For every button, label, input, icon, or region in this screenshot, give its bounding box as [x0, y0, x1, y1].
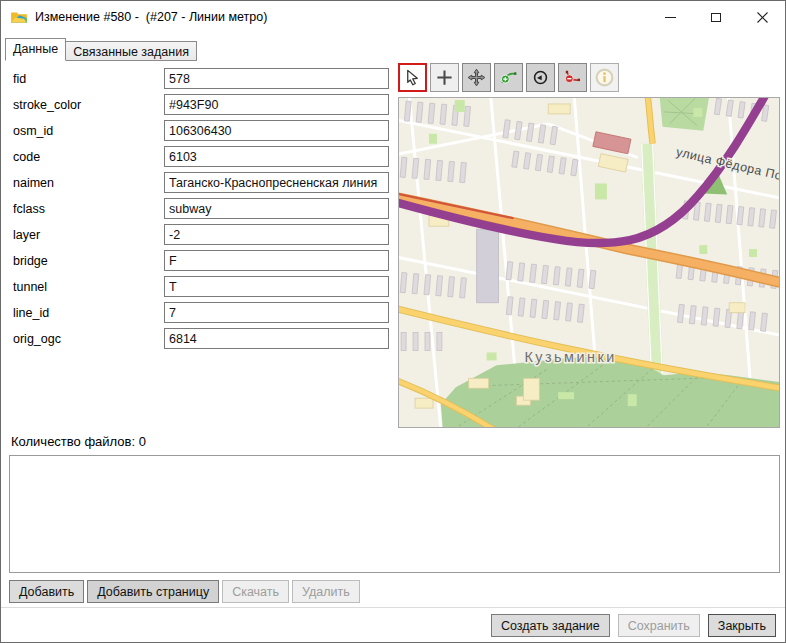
add-point-button[interactable]	[430, 63, 459, 92]
close-icon	[757, 12, 768, 23]
field-label-bridge: bridge	[13, 254, 48, 268]
info-button[interactable]	[590, 63, 619, 92]
orig-ogc-field[interactable]	[164, 328, 389, 349]
move-button[interactable]	[462, 63, 491, 92]
download-file-button[interactable]: Скачать	[222, 580, 289, 603]
footer-divider	[1, 607, 786, 608]
close-button[interactable]	[739, 1, 785, 33]
delete-vertex-button[interactable]	[558, 63, 587, 92]
field-label-orig-ogc: orig_ogc	[13, 332, 61, 346]
select-cursor-button[interactable]	[398, 63, 427, 92]
code-field[interactable]	[164, 146, 389, 167]
files-count-label: Количество файлов: 0	[11, 434, 146, 449]
tab-related-tasks[interactable]: Связанные задания	[66, 41, 197, 61]
line-id-field[interactable]	[164, 302, 389, 323]
create-task-button[interactable]: Создать задание	[491, 614, 610, 637]
tab-bar: Данные Связанные задания	[5, 38, 197, 61]
move-arrows-icon	[467, 68, 486, 87]
add-vertex-icon	[499, 68, 518, 87]
window-title: Изменение #580 - (#207 - Линии метро)	[35, 10, 267, 24]
field-label-osm-id: osm_id	[13, 124, 53, 138]
save-button[interactable]: Сохранить	[618, 614, 700, 637]
maximize-icon	[711, 13, 721, 22]
plus-icon	[435, 68, 454, 87]
tunnel-field[interactable]	[164, 276, 389, 297]
layer-field[interactable]	[164, 224, 389, 245]
map-canvas: улица Фёдора По Кузьминки	[399, 98, 779, 427]
osm-id-field[interactable]	[164, 120, 389, 141]
bridge-field[interactable]	[164, 250, 389, 271]
file-list[interactable]	[9, 455, 780, 573]
maximize-button[interactable]	[693, 1, 739, 33]
minimize-icon	[665, 17, 676, 18]
map-preview[interactable]: улица Фёдора По Кузьминки	[398, 97, 780, 428]
add-file-button[interactable]: Добавить	[9, 580, 84, 603]
add-page-button[interactable]: Добавить страницу	[87, 580, 219, 603]
field-label-stroke-color: stroke_color	[13, 98, 81, 112]
cursor-icon	[403, 68, 422, 87]
stroke-color-field[interactable]	[164, 94, 389, 115]
map-toolbar	[398, 63, 619, 92]
delete-vertex-icon	[563, 68, 582, 87]
rotate-circle-icon	[531, 68, 550, 87]
field-label-fid: fid	[13, 72, 26, 86]
reverse-direction-button[interactable]	[526, 63, 555, 92]
fclass-field[interactable]	[164, 198, 389, 219]
naimen-field[interactable]	[164, 172, 389, 193]
field-label-code: code	[13, 150, 40, 164]
field-label-tunnel: tunnel	[13, 280, 47, 294]
minimize-button[interactable]	[647, 1, 693, 33]
add-vertex-button[interactable]	[494, 63, 523, 92]
close-dialog-button[interactable]: Закрыть	[708, 614, 776, 637]
field-label-fclass: fclass	[13, 202, 45, 216]
field-label-naimen: naimen	[13, 176, 54, 190]
delete-file-button[interactable]: Удалить	[292, 580, 360, 603]
tab-data[interactable]: Данные	[5, 38, 66, 61]
titlebar: Изменение #580 - (#207 - Линии метро)	[1, 1, 785, 33]
app-icon	[10, 8, 28, 26]
fid-field[interactable]	[164, 68, 389, 89]
field-label-line-id: line_id	[13, 306, 49, 320]
field-label-layer: layer	[13, 228, 40, 242]
info-icon	[594, 67, 615, 88]
dialog-window: Изменение #580 - (#207 - Линии метро) Да…	[0, 0, 786, 643]
map-district-label: Кузьминки	[524, 349, 616, 365]
